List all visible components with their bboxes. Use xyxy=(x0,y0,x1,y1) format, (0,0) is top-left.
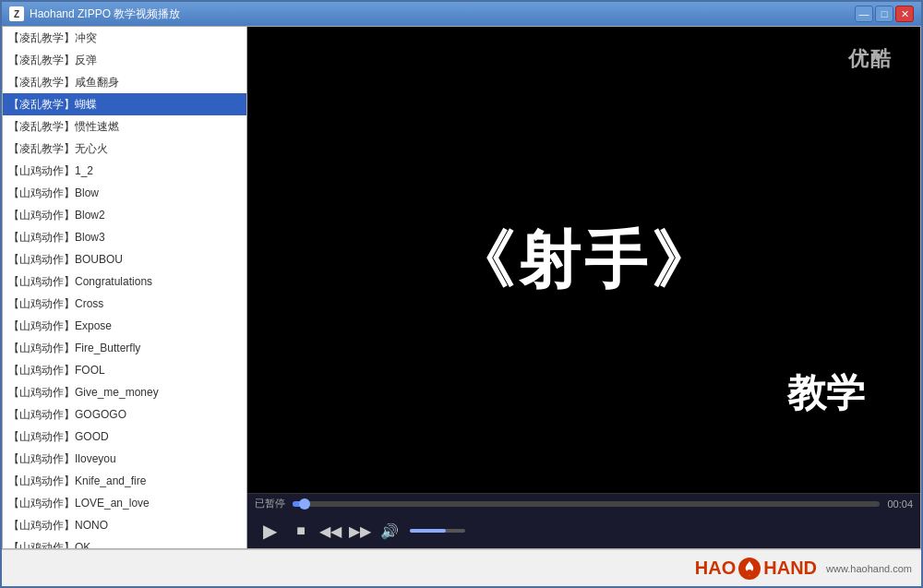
prev-button[interactable]: ◀◀ xyxy=(318,518,343,544)
playlist-item[interactable]: 【山鸡动作】Fire_Butterfly xyxy=(3,337,246,359)
volume-icon[interactable]: 🔊 xyxy=(377,518,402,544)
playlist-item[interactable]: 【凌乱教学】惯性速燃 xyxy=(3,115,246,138)
brand-bar: HAO HAND www.haohand.com xyxy=(2,549,921,586)
brand-name-right: HAND xyxy=(763,558,817,579)
progress-bar[interactable] xyxy=(293,501,880,507)
playlist-item[interactable]: 【山鸡动作】LOVE_an_love xyxy=(3,492,246,514)
playlist-item[interactable]: 【山鸡动作】1_2 xyxy=(3,160,246,182)
video-display: 优酷 《射手》 教学 xyxy=(247,27,920,493)
playlist-item[interactable]: 【山鸡动作】Blow xyxy=(3,182,246,204)
playlist-item[interactable]: 【山鸡动作】Congratulations xyxy=(3,270,246,293)
video-area: 优酷 《射手》 教学 已暂停 00:04 ▶ ■ ◀◀ xyxy=(247,27,920,548)
brand-logo-area: HAO HAND xyxy=(695,557,817,581)
playlist-item[interactable]: 【山鸡动作】Blow3 xyxy=(3,226,246,248)
video-title: 《射手》 xyxy=(451,222,717,298)
window-title: Haohand ZIPPO 教学视频播放 xyxy=(30,6,855,22)
playlist-item[interactable]: 【山鸡动作】Expose xyxy=(3,315,246,337)
playlist-item[interactable]: 【凌乱教学】蝴蝶 xyxy=(3,93,246,115)
playlist-item[interactable]: 【山鸡动作】NONO xyxy=(3,514,246,536)
maximize-button[interactable]: □ xyxy=(875,6,893,22)
playlist-item[interactable]: 【山鸡动作】GOGOGO xyxy=(3,403,246,426)
playlist-scroll[interactable]: 【凌乱教学】冲突【凌乱教学】反弹【凌乱教学】咸鱼翻身【凌乱教学】蝴蝶【凌乱教学】… xyxy=(3,27,246,548)
next-button[interactable]: ▶▶ xyxy=(347,518,373,544)
play-button[interactable]: ▶ xyxy=(255,516,284,546)
brand-flame-icon xyxy=(737,557,761,581)
video-watermark: 优酷 xyxy=(848,45,893,73)
close-button[interactable]: ✕ xyxy=(895,6,914,22)
video-subtitle: 教学 xyxy=(787,367,865,419)
brand-url: www.haohand.com xyxy=(826,563,912,574)
progress-area: 已暂停 00:04 xyxy=(247,494,920,514)
playlist-item[interactable]: 【山鸡动作】GOOD xyxy=(3,426,246,448)
main-window: Z Haohand ZIPPO 教学视频播放 — □ ✕ 【凌乱教学】冲突【凌乱… xyxy=(0,0,923,588)
stop-button[interactable]: ■ xyxy=(288,518,314,544)
playlist-item[interactable]: 【凌乱教学】冲突 xyxy=(3,27,246,49)
playlist-item[interactable]: 【山鸡动作】Knife_and_fire xyxy=(3,470,246,492)
playlist-panel: 【凌乱教学】冲突【凌乱教学】反弹【凌乱教学】咸鱼翻身【凌乱教学】蝴蝶【凌乱教学】… xyxy=(3,27,247,548)
title-bar: Z Haohand ZIPPO 教学视频播放 — □ ✕ xyxy=(2,2,921,26)
brand-url-area: www.haohand.com xyxy=(826,563,912,574)
playlist-item[interactable]: 【凌乱教学】反弹 xyxy=(3,49,246,71)
window-controls: — □ ✕ xyxy=(855,6,914,22)
playlist-item[interactable]: 【山鸡动作】Cross xyxy=(3,293,246,315)
playlist-item[interactable]: 【山鸡动作】Blow2 xyxy=(3,204,246,226)
playlist-item[interactable]: 【山鸡动作】Give_me_money xyxy=(3,381,246,403)
brand-name-left: HAO xyxy=(695,558,736,579)
controls-bar: ▶ ■ ◀◀ ▶▶ 🔊 xyxy=(247,514,920,548)
playlist-item[interactable]: 【山鸡动作】Iloveyou xyxy=(3,448,246,470)
volume-slider[interactable] xyxy=(410,529,465,533)
main-content: 【凌乱教学】冲突【凌乱教学】反弹【凌乱教学】咸鱼翻身【凌乱教学】蝴蝶【凌乱教学】… xyxy=(2,26,921,549)
app-icon: Z xyxy=(9,6,24,21)
svg-point-1 xyxy=(747,570,752,575)
progress-time: 00:04 xyxy=(887,498,913,510)
video-controls: 已暂停 00:04 ▶ ■ ◀◀ ▶▶ 🔊 xyxy=(247,493,920,548)
volume-fill xyxy=(410,529,446,533)
minimize-button[interactable]: — xyxy=(855,6,873,22)
playlist-item[interactable]: 【山鸡动作】FOOL xyxy=(3,359,246,381)
playlist-item[interactable]: 【凌乱教学】无心火 xyxy=(3,138,246,160)
playlist-item[interactable]: 【山鸡动作】BOUBOU xyxy=(3,248,246,270)
progress-label: 已暂停 xyxy=(255,497,285,510)
progress-thumb xyxy=(299,498,310,510)
playlist-item[interactable]: 【凌乱教学】咸鱼翻身 xyxy=(3,71,246,93)
playlist-item[interactable]: 【山鸡动作】OK xyxy=(3,536,246,548)
